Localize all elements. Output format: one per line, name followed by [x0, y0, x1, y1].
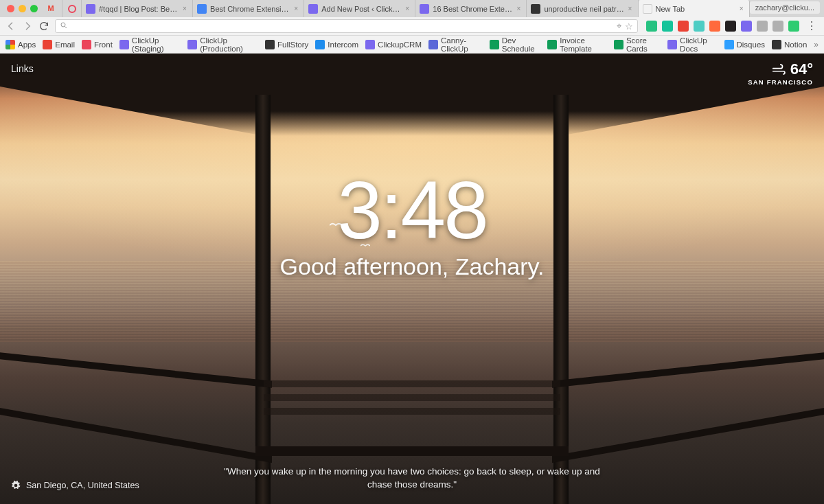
- bookmark-label: Apps: [18, 41, 36, 49]
- pinned-tab-gmail[interactable]: M: [43, 0, 62, 17]
- bookmarks-overflow-icon[interactable]: »: [814, 40, 819, 49]
- back-icon: [5, 21, 16, 32]
- links-button[interactable]: Links: [11, 63, 34, 74]
- extension-buffer-icon[interactable]: [725, 21, 736, 32]
- omnibox-actions: ⌖ ☆: [617, 21, 633, 32]
- bookmark-label: FullStory: [277, 41, 308, 49]
- extension-clickup-icon[interactable]: [741, 21, 752, 32]
- bookmark-favicon: [490, 40, 499, 49]
- bookmark-item[interactable]: Disques: [724, 40, 766, 49]
- tab-title: unproductive neil patrick harri...: [544, 5, 624, 13]
- close-tab-icon[interactable]: ×: [405, 6, 411, 12]
- tab-title: 16 Best Chrome Extensions fo...: [433, 5, 513, 13]
- profile-chip[interactable]: zachary@clicku...: [750, 1, 820, 14]
- tab-favicon: [643, 4, 652, 14]
- close-window-button[interactable]: [7, 5, 14, 12]
- tab-favicon: [86, 4, 95, 14]
- extension-grey1-icon[interactable]: [757, 21, 768, 32]
- bookmark-label: Invoice Template: [560, 36, 607, 53]
- extension-green-check-icon[interactable]: [788, 21, 799, 32]
- browser-tab[interactable]: Best Chrome Extensions for P...×: [193, 0, 304, 17]
- omnibox[interactable]: ⌖ ☆: [55, 19, 638, 33]
- browser-tab[interactable]: Add New Post ‹ Clickup Blog ...×: [304, 0, 415, 17]
- bookmark-favicon: [82, 40, 91, 49]
- extension-one-icon[interactable]: [646, 21, 657, 32]
- close-tab-icon[interactable]: ×: [628, 6, 634, 12]
- bookmark-item[interactable]: ClickUp Docs: [667, 36, 717, 53]
- photo-location-text: San Diego, CA, United States: [26, 481, 139, 490]
- bookmark-item[interactable]: Canny-ClickUp: [428, 36, 483, 53]
- weather-widget[interactable]: 64° SAN FRANCISCO: [748, 60, 813, 86]
- bookmark-favicon: [265, 40, 275, 49]
- back-button[interactable]: [5, 21, 16, 32]
- extension-teal-dot-icon[interactable]: [694, 21, 705, 32]
- tab-title: Best Chrome Extensions for P...: [210, 5, 290, 13]
- bookmark-item[interactable]: Score Cards: [614, 36, 661, 53]
- bookmark-label: Dev Schedule: [502, 36, 541, 53]
- bookmark-favicon: [119, 40, 129, 49]
- bookmark-item[interactable]: Email: [43, 40, 75, 49]
- gear-icon[interactable]: [11, 481, 21, 490]
- browser-tab[interactable]: New Tab×: [639, 0, 750, 17]
- chrome-menu-button[interactable]: ⋮: [805, 21, 819, 32]
- bookmark-label: Email: [55, 41, 75, 49]
- extension-grammarly-icon[interactable]: [662, 21, 673, 32]
- bookmark-label: Disques: [737, 41, 766, 49]
- bookmark-item[interactable]: ClickUp (Production): [187, 36, 258, 53]
- browser-tab[interactable]: #tqqd | Blog Post: Best Chrom...×: [82, 0, 193, 17]
- location-icon[interactable]: ⌖: [617, 21, 621, 32]
- close-tab-icon[interactable]: ×: [183, 6, 188, 12]
- kebab-icon: ⋮: [806, 20, 817, 32]
- bookmark-item[interactable]: ClickupCRM: [365, 40, 422, 49]
- bookmark-item[interactable]: Invoice Template: [547, 36, 607, 53]
- extension-grey2-icon[interactable]: [772, 21, 783, 32]
- extension-icons: [643, 21, 799, 32]
- photo-info[interactable]: San Diego, CA, United States: [11, 481, 139, 490]
- greeting: Good afternoon, Zachary.: [0, 253, 824, 280]
- extension-hunter-icon[interactable]: [709, 21, 720, 32]
- center-block: 3:48 Good afternoon, Zachary.: [0, 170, 824, 280]
- browser-tab[interactable]: 16 Best Chrome Extensions fo...×: [415, 0, 527, 17]
- close-tab-icon[interactable]: ×: [516, 6, 522, 12]
- bookmark-favicon: [43, 40, 52, 49]
- toolbar: ⌖ ☆ ⋮: [0, 17, 824, 36]
- tab-title: New Tab: [656, 5, 736, 13]
- bookmark-favicon: [428, 40, 438, 49]
- close-tab-icon[interactable]: ×: [294, 6, 299, 12]
- bookmark-favicon: [614, 40, 623, 49]
- bookmark-item[interactable]: Apps: [5, 40, 36, 49]
- tab-title: #tqqd | Blog Post: Best Chrom...: [99, 5, 179, 13]
- pinned-tab-front[interactable]: [62, 0, 82, 17]
- bookmark-favicon: [5, 40, 15, 49]
- reload-icon: [38, 21, 49, 32]
- search-icon: [60, 21, 68, 32]
- bookmark-star-icon[interactable]: ☆: [625, 21, 633, 32]
- address-input[interactable]: [72, 21, 613, 31]
- bookmark-favicon: [315, 40, 325, 49]
- fullscreen-window-button[interactable]: [30, 5, 38, 12]
- extension-gcal-icon[interactable]: [678, 21, 689, 32]
- bookmark-label: Canny-ClickUp: [441, 36, 483, 53]
- bookmark-item[interactable]: FullStory: [265, 40, 308, 49]
- bookmark-favicon: [365, 40, 375, 49]
- bookmark-favicon: [667, 40, 677, 49]
- tab-favicon: [308, 4, 318, 14]
- window-controls: [4, 0, 43, 17]
- weather-temp: 64°: [790, 60, 813, 78]
- bookmark-item[interactable]: Intercom: [315, 40, 358, 49]
- reload-button[interactable]: [38, 21, 49, 32]
- bookmark-item[interactable]: Dev Schedule: [490, 36, 541, 53]
- bookmark-label: ClickupCRM: [378, 41, 422, 49]
- bookmark-label: Front: [94, 41, 113, 49]
- minimize-window-button[interactable]: [19, 5, 26, 12]
- bookmark-item[interactable]: ClickUp (Staging): [119, 36, 181, 53]
- bookmark-item[interactable]: Front: [82, 40, 113, 49]
- bookmark-item[interactable]: Notion: [772, 40, 807, 49]
- browser-tab[interactable]: unproductive neil patrick harri...×: [527, 0, 638, 17]
- close-tab-icon[interactable]: ×: [740, 6, 745, 12]
- tab-favicon: [531, 4, 540, 14]
- front-icon: [68, 5, 76, 13]
- tab-strip: M #tqqd | Blog Post: Best Chrom...×Best …: [0, 0, 824, 17]
- forward-button[interactable]: [22, 21, 33, 32]
- bookmark-favicon: [187, 40, 197, 49]
